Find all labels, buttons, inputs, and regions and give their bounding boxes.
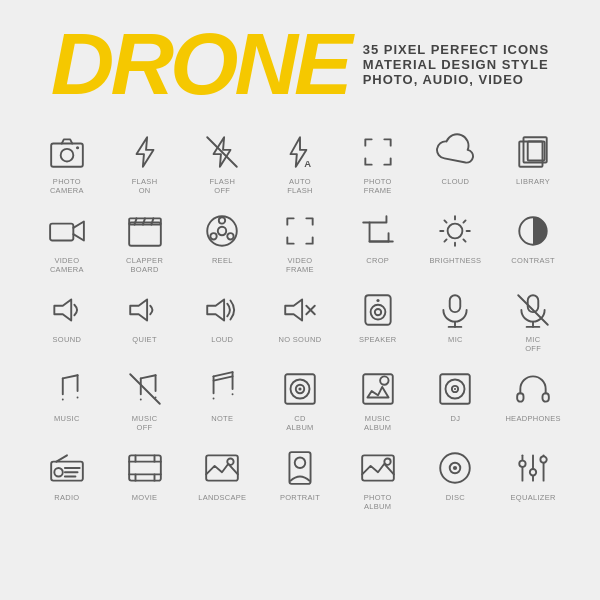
icon-label-equalizer: EQUALIZER [511, 493, 556, 502]
svg-line-29 [445, 220, 447, 222]
icon-label-music: MUSIC [54, 414, 80, 423]
svg-point-19 [219, 217, 225, 223]
icon-mic-off: MICOFF [496, 284, 570, 357]
icon-label-quiet: QUIET [132, 335, 156, 344]
icon-label-cd-album: CDALBUM [286, 414, 313, 432]
icon-label-video-camera: VIDEOCAMERA [50, 256, 84, 274]
svg-line-55 [140, 375, 155, 378]
icon-radio: RADIO [30, 442, 104, 515]
icon-quiet: QUIET [108, 284, 182, 357]
icon-cloud: CLOUD [419, 126, 493, 199]
icon-label-video-frame: VIDEOFRAME [286, 256, 314, 274]
icon-label-no-sound: NO SOUND [279, 335, 322, 344]
svg-rect-72 [517, 393, 523, 401]
icon-no-sound: NO SOUND [263, 284, 337, 357]
icon-label-sound: SOUND [53, 335, 82, 344]
icon-landscape: LANDSCAPE [185, 442, 259, 515]
icon-label-auto-flash: AUTOFLASH [287, 177, 313, 195]
svg-line-52 [63, 375, 78, 378]
icon-sound: SOUND [30, 284, 104, 357]
svg-point-18 [218, 227, 226, 235]
icon-label-radio: RADIO [54, 493, 79, 502]
svg-line-31 [464, 220, 466, 222]
icon-label-movie: MOVIE [132, 493, 158, 502]
icon-video-camera: VIDEOCAMERA [30, 205, 104, 278]
svg-point-17 [208, 216, 238, 246]
svg-point-21 [211, 233, 217, 239]
icon-contrast: CONTRAST [496, 205, 570, 278]
icon-equalizer: EQUALIZER [496, 442, 570, 515]
icon-label-music-off: MUSICOFF [132, 414, 158, 432]
icon-brightness: BRIGHTNESS [419, 205, 493, 278]
icon-label-photo-frame: PHOTOFRAME [364, 177, 392, 195]
icon-portrait: PORTRAIT [263, 442, 337, 515]
icon-label-portrait: PORTRAIT [280, 493, 320, 502]
svg-rect-11 [50, 224, 73, 241]
icon-label-flash-on: FLASHON [132, 177, 158, 195]
icon-flash-on: FLASHON [108, 126, 182, 199]
svg-point-99 [519, 461, 525, 467]
svg-point-92 [384, 459, 390, 465]
header-line2: MATERIAL DESIGN STYLE [363, 57, 549, 72]
icon-disc: DISC [419, 442, 493, 515]
svg-point-1 [61, 149, 74, 162]
icon-label-dj: DJ [451, 414, 461, 423]
svg-line-61 [214, 376, 233, 380]
icon-mic: MIC [419, 284, 493, 357]
icon-music-album: MUSICALBUM [341, 363, 415, 436]
svg-marker-36 [208, 299, 225, 320]
icon-movie: MOVIE [108, 442, 182, 515]
svg-point-24 [448, 224, 463, 239]
svg-point-2 [76, 146, 79, 149]
svg-marker-34 [54, 299, 71, 320]
icon-label-disc: DISC [446, 493, 465, 502]
icon-dj: DJ [419, 363, 493, 436]
svg-point-42 [375, 309, 381, 315]
icon-label-loud: LOUD [211, 335, 233, 344]
icon-speaker: SPEAKER [341, 284, 415, 357]
icon-label-flash-off: FLASHOFF [209, 177, 235, 195]
icon-label-reel: REEL [212, 256, 233, 265]
svg-point-41 [370, 305, 385, 320]
icon-photo-frame: PHOTOFRAME [341, 126, 415, 199]
svg-line-30 [464, 239, 466, 241]
svg-point-90 [295, 457, 306, 468]
icon-flash-off: FLASHOFF [185, 126, 259, 199]
svg-marker-35 [130, 299, 147, 320]
svg-point-88 [228, 459, 234, 465]
svg-rect-74 [51, 462, 83, 481]
icon-label-music-album: MUSICALBUM [364, 414, 391, 432]
svg-rect-12 [129, 223, 161, 246]
main-container: DRONE 35 PIXEL PERFECT ICONS MATERIAL DE… [0, 0, 600, 600]
header-line1: 35 PIXEL PERFECT ICONS [363, 42, 549, 57]
icon-label-note: NOTE [211, 414, 233, 423]
svg-line-32 [445, 239, 447, 241]
icon-auto-flash: A AUTOFLASH [263, 126, 337, 199]
header-text: 35 PIXEL PERFECT ICONS MATERIAL DESIGN S… [363, 42, 549, 87]
icon-label-crop: CROP [366, 256, 389, 265]
icon-label-contrast: CONTRAST [511, 256, 555, 265]
icon-note: NOTE [185, 363, 259, 436]
header-line3: PHOTO, AUDIO, VIDEO [363, 72, 549, 87]
icon-photo-camera: PHOTOCAMERA [30, 126, 104, 199]
svg-point-71 [454, 388, 456, 390]
icon-music: MUSIC [30, 363, 104, 436]
svg-point-43 [376, 299, 379, 302]
icons-grid: PHOTOCAMERA FLASHON FLASHOFF A AUTOFLASH… [30, 126, 570, 515]
icon-loud: LOUD [185, 284, 259, 357]
svg-point-100 [530, 469, 536, 475]
header: DRONE 35 PIXEL PERFECT ICONS MATERIAL DE… [30, 20, 570, 108]
icon-label-clapper-board: CLAPPERBOARD [126, 256, 163, 274]
svg-rect-80 [129, 455, 161, 480]
svg-line-59 [214, 372, 233, 376]
icon-label-library: LIBRARY [516, 177, 550, 186]
icon-label-cloud: CLOUD [442, 177, 470, 186]
icon-label-speaker: SPEAKER [359, 335, 397, 344]
svg-rect-73 [543, 393, 549, 401]
icon-reel: REEL [185, 205, 259, 278]
svg-marker-3 [136, 137, 153, 167]
svg-rect-44 [450, 295, 461, 312]
icon-label-headphones: HEADPHONES [505, 414, 561, 423]
icon-label-mic: MIC [448, 335, 463, 344]
svg-point-67 [380, 376, 388, 384]
